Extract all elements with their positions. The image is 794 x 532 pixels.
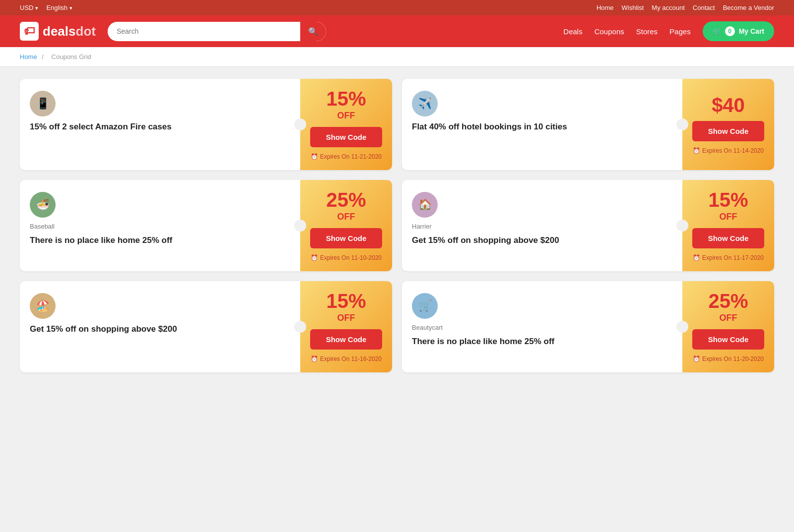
clock-icon	[311, 355, 318, 362]
coupon-expiry: Expires On 11-21-2020	[311, 153, 382, 160]
cart-icon: 🛒	[713, 27, 721, 35]
store-logo	[30, 192, 56, 218]
clock-icon	[693, 254, 700, 261]
nav-become-vendor[interactable]: Become a Vendor	[723, 4, 774, 11]
coupon-right: 25% OFF Show Code Expires On 11-10-2020	[300, 180, 392, 271]
breadcrumb-current: Coupons Grid	[52, 53, 91, 60]
search-button[interactable]: 🔍	[300, 22, 326, 41]
coupon-info: Beautycart There is no place like home 2…	[402, 281, 682, 372]
breadcrumb-home[interactable]: Home	[20, 53, 37, 60]
coupon-info: Flat 40% off hotel bookings in 10 cities	[402, 79, 682, 170]
language-selector[interactable]: English	[46, 4, 72, 11]
nav-wishlist[interactable]: Wishlist	[622, 4, 644, 11]
coupon-amount: 15%	[326, 291, 366, 311]
logo[interactable]: 🏷 dealsdot	[20, 22, 96, 41]
coupon-right: 15% OFF Show Code Expires On 11-17-2020	[682, 180, 774, 271]
top-bar: USD English Home Wishlist My account Con…	[0, 0, 794, 15]
coupon-info: Get 15% off on shopping above $200	[20, 281, 300, 372]
clock-icon	[693, 147, 700, 154]
coupon-title: 15% off 2 select Amazon Fire cases	[30, 121, 290, 133]
coupon-amount: 15%	[326, 89, 366, 109]
nav-pages[interactable]: Pages	[669, 27, 691, 36]
store-logo	[412, 192, 438, 218]
coupon-expiry: Expires On 11-17-2020	[693, 254, 764, 261]
cart-count: 0	[725, 26, 735, 36]
language-label: English	[46, 4, 67, 11]
coupon-card: Baseball There is no place like home 25%…	[20, 180, 392, 271]
nav-home[interactable]: Home	[596, 4, 614, 11]
coupon-title: Flat 40% off hotel bookings in 10 cities	[412, 121, 672, 133]
coupon-info: Baseball There is no place like home 25%…	[20, 180, 300, 271]
coupons-grid: 15% off 2 select Amazon Fire cases 15% O…	[0, 67, 794, 384]
currency-selector[interactable]: USD	[20, 4, 38, 11]
coupon-right: 15% OFF Show Code Expires On 11-16-2020	[300, 281, 392, 372]
cart-button[interactable]: 🛒 0 My Cart	[703, 21, 774, 41]
coupon-off-label: OFF	[720, 212, 737, 222]
store-name: Beautycart	[412, 324, 672, 331]
show-code-button[interactable]: Show Code	[310, 127, 382, 147]
store-logo	[412, 91, 438, 117]
clock-icon	[311, 153, 318, 160]
currency-chevron-icon	[35, 4, 38, 11]
cart-label: My Cart	[739, 27, 764, 35]
coupon-card: 15% off 2 select Amazon Fire cases 15% O…	[20, 79, 392, 170]
coupon-card: Get 15% off on shopping above $200 15% O…	[20, 281, 392, 372]
coupon-amount: 15%	[708, 190, 748, 210]
nav-contact[interactable]: Contact	[693, 4, 715, 11]
breadcrumb: Home / Coupons Grid	[0, 47, 794, 67]
coupon-info: 15% off 2 select Amazon Fire cases	[20, 79, 300, 170]
nav-myaccount[interactable]: My account	[652, 4, 684, 11]
header: 🏷 dealsdot 🔍 Deals Coupons Stores Pages …	[0, 15, 794, 47]
main-nav: Deals Coupons Stores Pages	[563, 27, 690, 36]
breadcrumb-separator: /	[42, 53, 45, 60]
show-code-button[interactable]: Show Code	[310, 228, 382, 248]
coupon-title: There is no place like home 25% off	[30, 235, 290, 246]
top-bar-left: USD English	[20, 4, 72, 11]
search-bar: 🔍	[108, 22, 326, 41]
coupon-expiry: Expires On 11-10-2020	[311, 254, 382, 261]
store-logo	[412, 293, 438, 319]
clock-icon	[311, 254, 318, 261]
top-bar-right: Home Wishlist My account Contact Become …	[596, 4, 774, 11]
nav-coupons[interactable]: Coupons	[595, 27, 624, 36]
clock-icon	[693, 355, 700, 362]
coupon-expiry: Expires On 11-16-2020	[311, 355, 382, 362]
coupon-expiry: Expires On 11-14-2020	[693, 147, 764, 154]
coupon-title: There is no place like home 25% off	[412, 336, 672, 348]
show-code-button[interactable]: Show Code	[692, 329, 764, 350]
show-code-button[interactable]: Show Code	[692, 121, 764, 141]
coupon-right: $40 Show Code Expires On 11-14-2020	[682, 79, 774, 170]
coupon-title: Get 15% off on shopping above $200	[30, 324, 290, 335]
store-name: Baseball	[30, 223, 290, 230]
nav-deals[interactable]: Deals	[563, 27, 582, 36]
show-code-button[interactable]: Show Code	[692, 228, 764, 248]
coupon-off-label: OFF	[720, 313, 737, 323]
language-chevron-icon	[69, 4, 72, 11]
coupon-card: Harrier Get 15% off on shopping above $2…	[402, 180, 774, 271]
coupon-off-label: OFF	[337, 212, 355, 222]
currency-label: USD	[20, 4, 33, 11]
coupon-card: Beautycart There is no place like home 2…	[402, 281, 774, 372]
coupon-off-label: OFF	[337, 111, 355, 121]
store-name: Harrier	[412, 223, 672, 230]
coupon-amount: 25%	[326, 190, 366, 210]
coupon-card: Flat 40% off hotel bookings in 10 cities…	[402, 79, 774, 170]
coupon-info: Harrier Get 15% off on shopping above $2…	[402, 180, 682, 271]
coupon-expiry: Expires On 11-20-2020	[693, 355, 764, 362]
logo-text: dealsdot	[43, 24, 96, 39]
coupon-right: 25% OFF Show Code Expires On 11-20-2020	[682, 281, 774, 372]
nav-stores[interactable]: Stores	[636, 27, 658, 36]
show-code-button[interactable]: Show Code	[310, 329, 382, 350]
store-logo	[30, 293, 56, 319]
search-input[interactable]	[108, 22, 300, 40]
coupon-title: Get 15% off on shopping above $200	[412, 235, 672, 246]
coupon-amount: 25%	[708, 291, 748, 311]
coupon-amount: $40	[712, 95, 745, 115]
coupon-right: 15% OFF Show Code Expires On 11-21-2020	[300, 79, 392, 170]
store-logo	[30, 91, 56, 117]
logo-icon: 🏷	[20, 22, 39, 41]
coupon-off-label: OFF	[337, 313, 355, 323]
